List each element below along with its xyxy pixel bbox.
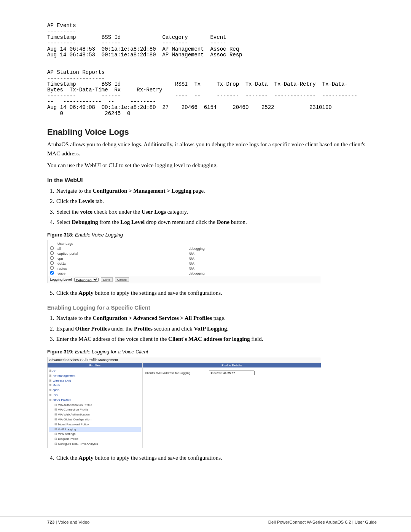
tree-item-other-profiles[interactable]: Other Profiles (49, 398, 141, 403)
webui-step-1: Navigate to the Configuration > Manageme… (56, 187, 377, 195)
text: Select (56, 219, 72, 225)
text: check box under the (92, 209, 142, 215)
text: Apply (78, 290, 93, 296)
page-footer: 723 | Voice and Video Dell PowerConnect … (0, 516, 411, 524)
text: Profiles (134, 326, 153, 332)
fig318-row: dot1xN/A (48, 261, 321, 266)
fig319-breadcrumb: Advanced Services > All Profile Manageme… (48, 357, 321, 363)
tree-child-item[interactable]: Configure Real-Time Analysis (49, 442, 141, 447)
mac-address-input[interactable] (209, 371, 255, 375)
col-header-level (187, 240, 321, 246)
code-block: AP Events --------- Timestamp BSS Id Cat… (47, 23, 377, 117)
footer-section: | Voice and Video (54, 520, 89, 524)
figure-319-caption: Figure 319: Enable Logging for a Voice C… (47, 349, 377, 355)
text: button to apply the settings and save th… (94, 455, 222, 461)
text: Levels (78, 198, 94, 204)
text: Navigate to the (56, 315, 92, 321)
done-button[interactable]: Done (101, 277, 113, 282)
cancel-button[interactable]: Cancel (115, 277, 129, 282)
user-log-name: captive-portal (56, 251, 187, 256)
text: Select the (56, 209, 80, 215)
user-log-level: N/A (187, 261, 321, 266)
webui-step-4: Select Debugging from the Log Level drop… (56, 218, 377, 227)
tree-child-item[interactable]: Dialplan Profile (49, 437, 141, 442)
text: Other Profiles (75, 326, 110, 332)
specific-client-steps: Navigate to the Configuration > Advanced… (47, 314, 377, 343)
text: Configuration > Advanced Services > All … (92, 315, 212, 321)
user-log-checkbox[interactable] (50, 266, 54, 270)
figure-318-caption: Figure 318: Enable Voice Logging (47, 232, 377, 238)
tree-child-item[interactable]: VIA Global Configuration (49, 417, 141, 422)
tree-item[interactable]: AP (49, 369, 141, 374)
tree-child-item[interactable]: VPN settings (49, 432, 141, 437)
fig318-bottom-bar: Logging Level Debugging Done Cancel (48, 276, 321, 283)
text: Enter the MAC address of the voice clien… (56, 336, 168, 342)
page-number: 723 (47, 520, 54, 524)
user-log-level: N/A (187, 266, 321, 271)
text: voice (80, 209, 92, 215)
profiles-column-header: Profiles (48, 363, 142, 367)
user-log-level: debugging (187, 271, 321, 276)
specific-step-1: Navigate to the Configuration > Advanced… (56, 314, 377, 323)
subheading-specific-client: Enabling Logging for a Specific Client (47, 304, 377, 311)
text: button to apply the settings and save th… (94, 290, 222, 296)
footer-left: 723 | Voice and Video (47, 520, 89, 524)
fig318-row: radiusN/A (48, 266, 321, 271)
user-log-level: N/A (187, 256, 321, 261)
user-log-checkbox[interactable] (50, 246, 54, 250)
text: page. (212, 315, 226, 321)
user-log-name: voice (56, 271, 187, 276)
text: page. (191, 188, 205, 194)
tree-item[interactable]: IDS (49, 393, 141, 398)
fig318-row: voicedebugging (48, 271, 321, 276)
user-log-name: vpn (56, 256, 187, 261)
text: Done (217, 219, 229, 225)
text: category. (166, 209, 188, 215)
tree-item[interactable]: QOS (49, 388, 141, 393)
fig318-row: captive-portalN/A (48, 251, 321, 256)
figure-number: Figure 319: (47, 349, 73, 355)
text: . (227, 326, 229, 332)
text: Configuration > Management > Logging (92, 188, 191, 194)
intro-paragraph-2: You can use the WebUI or CLI to set the … (47, 161, 377, 170)
text: Navigate to the (56, 188, 92, 194)
user-log-checkbox[interactable] (50, 256, 54, 260)
text: section and click (153, 326, 194, 332)
user-log-name: radius (56, 266, 187, 271)
text: Log Level (120, 219, 145, 225)
logging-level-label: Logging Level (50, 278, 72, 281)
tree-item[interactable]: Mesh (49, 383, 141, 388)
profiles-tree: APRF ManagementWireless LANMeshQOSIDSOth… (48, 367, 142, 448)
col-header-userlogs: User Logs (56, 240, 187, 246)
user-log-name: dot1x (56, 261, 187, 266)
tree-child-item[interactable]: VIA Web Authentication (49, 412, 141, 417)
text: drop down menu and click the (145, 219, 217, 225)
tree-item[interactable]: RF Management (49, 374, 141, 379)
figure-label: Enable Logging for a Voice Client (73, 349, 148, 355)
user-log-checkbox[interactable] (50, 251, 54, 255)
tree-child-item[interactable]: VIA Authentication Profile (49, 403, 141, 408)
tree-child-item[interactable]: Mgmt Password Policy (49, 422, 141, 427)
logging-level-select[interactable]: Debugging (74, 278, 99, 282)
user-log-checkbox[interactable] (50, 271, 54, 275)
specific-client-steps-continued: Click the Apply button to apply the sett… (47, 454, 377, 462)
user-log-checkbox[interactable] (50, 261, 54, 265)
webui-step-5: Click the Apply button to apply the sett… (56, 289, 377, 297)
webui-steps-continued: Click the Apply button to apply the sett… (47, 289, 377, 297)
figure-318-image: User Logs alldebuggingcaptive-portalN/Av… (47, 240, 321, 283)
text: tab. (94, 198, 104, 204)
text: Debugging (72, 219, 98, 225)
text: Apply (78, 455, 93, 461)
text: from the (98, 219, 121, 225)
tree-child-item[interactable]: VIA Connection Profile (49, 407, 141, 412)
user-log-level: debugging (187, 246, 321, 251)
profile-details-header: Profile Details (143, 363, 321, 367)
tree-child-item[interactable]: VoIP Logging (49, 427, 141, 432)
text: under the (110, 326, 134, 332)
mac-address-label: Client's MAC Address for Logging (145, 371, 206, 375)
tree-item[interactable]: Wireless LAN (49, 379, 141, 383)
intro-paragraph-1: ArubaOS allows you to debug voice logs. … (47, 140, 377, 158)
webui-steps-list: Navigate to the Configuration > Manageme… (47, 187, 377, 227)
webui-step-2: Click the Levels tab. (56, 197, 377, 206)
subheading-in-the-webui: In the WebUI (47, 177, 377, 184)
